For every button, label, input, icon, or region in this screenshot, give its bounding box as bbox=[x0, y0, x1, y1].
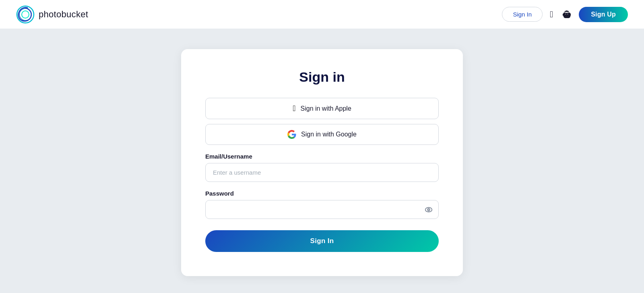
password-field-group: Password bbox=[205, 190, 439, 219]
sign-in-google-label: Sign in with Google bbox=[301, 131, 357, 138]
divider bbox=[205, 150, 439, 153]
signin-submit-button[interactable]: Sign In bbox=[205, 230, 439, 252]
svg-point-6 bbox=[568, 14, 568, 14]
toggle-password-button[interactable] bbox=[424, 205, 433, 214]
header: photobucket Sign In  Sign Up bbox=[0, 0, 644, 29]
email-field-group: Email/Username bbox=[205, 153, 439, 182]
sign-in-apple-button[interactable]:  Sign in with Apple bbox=[205, 98, 439, 119]
apple-icon:  bbox=[293, 104, 295, 113]
main-content: Sign in  Sign in with Apple Sign in wit… bbox=[0, 29, 644, 293]
logo-icon bbox=[16, 5, 35, 24]
password-input[interactable] bbox=[205, 200, 439, 219]
signin-title: Sign in bbox=[205, 69, 439, 85]
apple-nav-icon:  bbox=[550, 9, 553, 20]
password-wrapper bbox=[205, 200, 439, 219]
header-sign-in-button[interactable]: Sign In bbox=[502, 7, 543, 22]
email-label: Email/Username bbox=[205, 153, 439, 160]
svg-point-9 bbox=[428, 209, 429, 210]
apple-nav-button[interactable]:  bbox=[548, 8, 555, 21]
password-label: Password bbox=[205, 190, 439, 197]
header-sign-up-button[interactable]: Sign Up bbox=[579, 7, 628, 22]
android-nav-button[interactable] bbox=[560, 8, 573, 21]
svg-point-2 bbox=[22, 11, 29, 18]
svg-point-4 bbox=[568, 12, 568, 12]
signin-card: Sign in  Sign in with Apple Sign in wit… bbox=[181, 49, 463, 276]
android-icon bbox=[562, 10, 572, 19]
header-right: Sign In  Sign Up bbox=[502, 7, 628, 22]
sign-in-google-button[interactable]: Sign in with Google bbox=[205, 124, 439, 145]
email-input[interactable] bbox=[205, 163, 439, 182]
sign-in-apple-label: Sign in with Apple bbox=[301, 105, 351, 112]
eye-icon bbox=[424, 205, 433, 214]
svg-point-5 bbox=[566, 14, 566, 14]
logo[interactable]: photobucket bbox=[16, 5, 88, 24]
logo-text: photobucket bbox=[39, 9, 88, 20]
google-icon bbox=[287, 130, 296, 139]
svg-point-3 bbox=[566, 12, 566, 12]
